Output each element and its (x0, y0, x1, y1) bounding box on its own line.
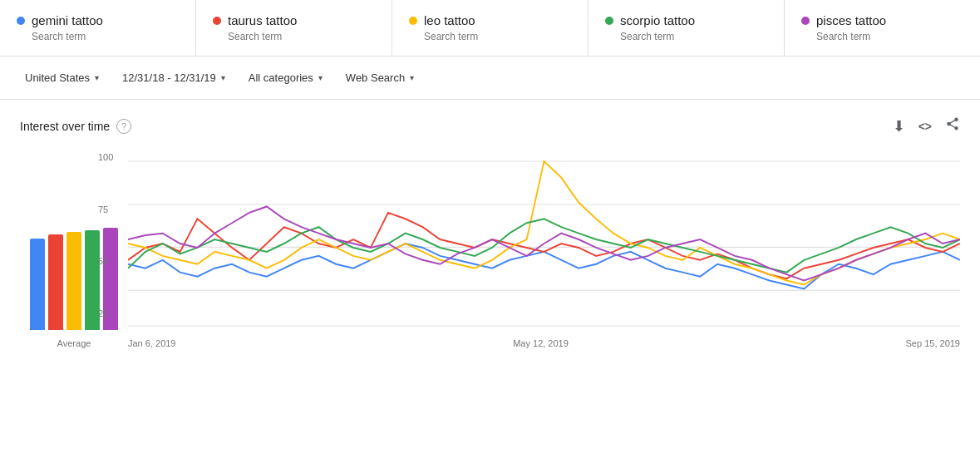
term-type-leo: Search term (409, 31, 571, 42)
chevron-icon: ▾ (318, 73, 323, 82)
search-type-filter[interactable]: Web Search▾ (337, 66, 422, 89)
filters-bar: United States▾12/31/18 - 12/31/19▾All ca… (0, 57, 980, 100)
y-axis-label: 50 (98, 256, 113, 266)
line-chart (128, 152, 960, 335)
term-name-scorpio: scorpio tattoo (620, 13, 695, 27)
chevron-icon: ▾ (221, 73, 225, 82)
chevron-icon: ▾ (95, 73, 99, 82)
x-axis-label: Sep 15, 2019 (906, 338, 960, 348)
term-name-leo: leo tattoo (424, 13, 475, 27)
chart-section: Interest over time ? ⬇ <> Average 100755… (0, 100, 980, 365)
embed-icon[interactable]: <> (918, 120, 932, 133)
y-axis-label: 100 (98, 152, 113, 162)
help-icon[interactable]: ? (116, 119, 131, 134)
x-axis-label: May 12, 2019 (513, 338, 569, 348)
search-terms-header: gemini tattoo Search term taurus tattoo … (0, 0, 980, 57)
category-filter[interactable]: All categories▾ (240, 66, 331, 89)
line-scorpio (128, 219, 960, 272)
term-name-gemini: gemini tattoo (32, 13, 103, 27)
term-type-gemini: Search term (17, 31, 179, 42)
share-icon[interactable] (945, 116, 960, 135)
search-term-scorpio: scorpio tattoo Search term (588, 0, 785, 56)
y-axis-label: 25 (98, 308, 113, 318)
search-term-pisces: pisces tattoo Search term (785, 0, 980, 56)
search-term-gemini: gemini tattoo Search term (0, 0, 196, 56)
line-gemini (128, 244, 960, 288)
line-pisces (128, 206, 960, 280)
term-type-taurus: Search term (213, 31, 375, 42)
avg-bar (30, 239, 45, 330)
term-name-taurus: taurus tattoo (228, 13, 297, 27)
avg-label: Average (57, 338, 91, 348)
term-type-pisces: Search term (801, 31, 963, 42)
chart-title: Interest over time (20, 120, 110, 133)
region-filter[interactable]: United States▾ (17, 66, 107, 89)
x-axis-label: Jan 6, 2019 (128, 338, 176, 348)
avg-bar (48, 234, 63, 330)
search-term-taurus: taurus tattoo Search term (196, 0, 392, 56)
term-type-scorpio: Search term (605, 31, 767, 42)
download-icon[interactable]: ⬇ (893, 117, 905, 135)
term-name-pisces: pisces tattoo (816, 13, 886, 27)
avg-bar (66, 232, 81, 330)
search-term-leo: leo tattoo Search term (392, 0, 588, 56)
date-filter[interactable]: 12/31/18 - 12/31/19▾ (114, 66, 234, 89)
y-axis-label: 75 (98, 204, 113, 214)
chevron-icon: ▾ (410, 73, 414, 82)
